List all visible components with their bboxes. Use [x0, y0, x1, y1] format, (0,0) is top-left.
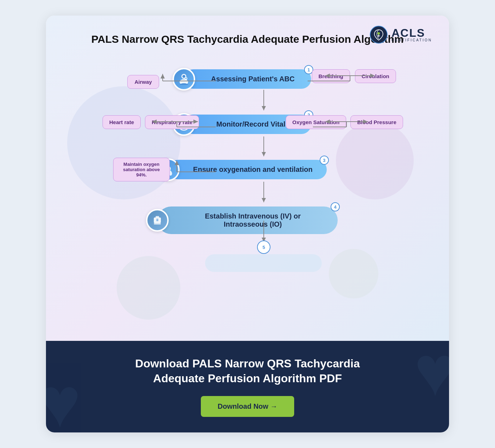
svg-rect-36 [205, 254, 322, 272]
step3-number: 3 [320, 156, 329, 165]
circulation-tag: Circulation [355, 69, 396, 83]
svg-text:5: 5 [262, 245, 265, 250]
flowchart-container: 5 ∿ 1 Assessing Patient's ABC Airway [67, 58, 428, 330]
download-button-label: Download Now → [218, 402, 278, 411]
download-section: ♥ ♥ Download PALS Narrow QRS Tachycardia… [46, 341, 449, 432]
breathing-tag: Breathing [312, 69, 350, 83]
logo-certification-text: CERTIFICATION [391, 39, 432, 42]
airway-tag: Airway [127, 75, 159, 89]
step3-node-wrapper: 3 Ensure oxygenation and ventilation [168, 160, 327, 179]
svg-marker-12 [262, 106, 266, 110]
step4-icon [146, 209, 169, 232]
heart-rate-tag: Heart rate [103, 115, 141, 129]
step4-number: 4 [331, 202, 340, 211]
step3-left-tag: Maintain oxygen saturation above 94%. [113, 158, 170, 181]
main-card: ACLS CERTIFICATION PALS Narrow QRS Tachy… [46, 16, 449, 432]
logo-text: ACLS CERTIFICATION [391, 27, 432, 42]
svg-point-1 [378, 32, 380, 35]
step2-right-tags: Oxygen Saturation Blood Pressure [286, 115, 403, 129]
logo-area: ACLS CERTIFICATION [369, 25, 432, 44]
svg-rect-48 [154, 223, 161, 225]
svg-point-34 [257, 241, 270, 254]
acls-logo-icon [369, 25, 388, 44]
blood-pressure-tag: Blood Pressure [350, 115, 403, 129]
diagram-section: ACLS CERTIFICATION PALS Narrow QRS Tachy… [46, 16, 449, 341]
step1-node: ∿ 1 Assessing Patient's ABC [184, 69, 311, 89]
svg-rect-49 [156, 219, 158, 220]
step1-right-tags: Breathing Circulation [312, 69, 396, 83]
maintain-oxygen-tag: Maintain oxygen saturation above 94%. [113, 158, 170, 181]
svg-text:∿: ∿ [185, 78, 187, 80]
oxygen-saturation-tag: Oxygen Saturation [286, 115, 346, 129]
step4-node: 4 Establish Intravenous (IV) or Intraoss… [157, 206, 338, 234]
svg-point-39 [182, 75, 185, 78]
connector-lines: 5 [67, 58, 428, 330]
logo-acls-text: ACLS [391, 27, 432, 39]
svg-marker-4 [161, 74, 165, 78]
step3-label: Ensure oxygenation and ventilation [193, 165, 313, 173]
step2-left-tags: Heart rate Respiratory rate [103, 115, 199, 129]
respiratory-rate-tag: Respiratory rate [145, 115, 199, 129]
step1-node-wrapper: ∿ 1 Assessing Patient's ABC [184, 69, 311, 89]
svg-rect-50 [156, 220, 158, 221]
svg-marker-33 [262, 238, 266, 242]
step2-label: Monitor/Record Vitals [216, 120, 289, 128]
step1-label: Assessing Patient's ABC [211, 75, 295, 83]
download-title: Download PALS Narrow QRS TachycardiaAdeq… [67, 356, 428, 386]
svg-marker-31 [262, 198, 266, 202]
svg-marker-26 [262, 152, 266, 156]
step1-icon: ∿ [173, 68, 195, 91]
step4-node-wrapper: 4 Establish Intravenous (IV) or Intraoss… [157, 206, 338, 234]
download-now-button[interactable]: Download Now → [201, 396, 295, 417]
step3-node: 3 Ensure oxygenation and ventilation [168, 160, 327, 179]
svg-rect-47 [156, 216, 159, 218]
step1-airway-tag: Airway [127, 75, 159, 89]
step4-label: Establish Intravenous (IV) or Intraosseo… [205, 212, 301, 228]
